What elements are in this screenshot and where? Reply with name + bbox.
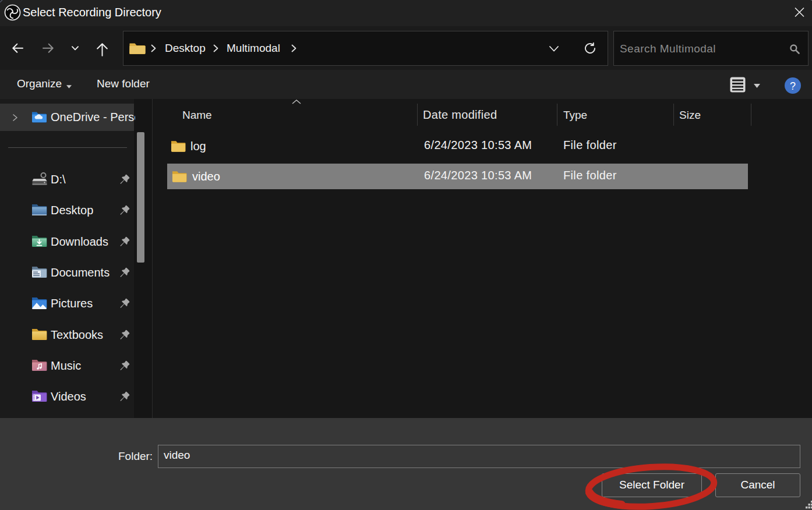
svg-text:?: ? bbox=[790, 80, 796, 92]
